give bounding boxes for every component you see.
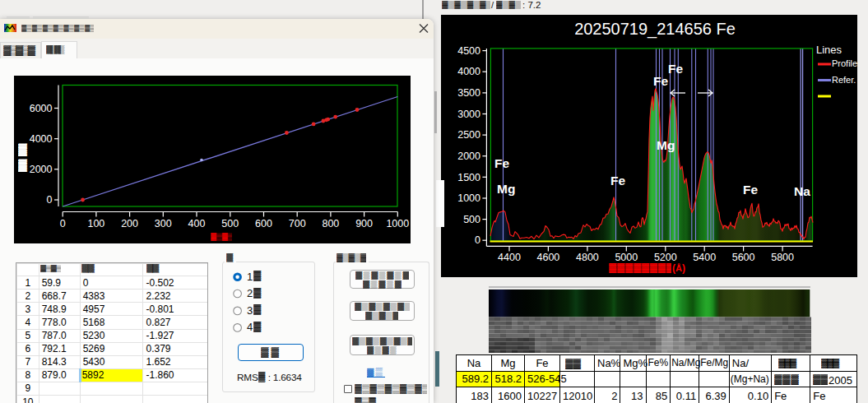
svg-text:5000: 5000	[615, 252, 638, 263]
svg-text:1500: 1500	[457, 172, 480, 183]
svg-text:0: 0	[47, 194, 53, 206]
svg-text:5800: 5800	[771, 252, 794, 263]
svg-text:800: 800	[322, 218, 339, 229]
svg-text:2000: 2000	[30, 164, 53, 175]
svg-text:6000: 6000	[30, 103, 53, 114]
svg-text:Profile: Profile	[832, 58, 857, 68]
svg-text:400: 400	[188, 218, 206, 229]
svg-text:300: 300	[155, 218, 172, 229]
svg-text:3000: 3000	[457, 109, 480, 120]
svg-text:1000: 1000	[386, 218, 409, 229]
svg-text:Mg: Mg	[657, 138, 675, 152]
svg-text:2500: 2500	[457, 129, 480, 141]
svg-text:Fe: Fe	[653, 74, 668, 88]
svg-text:5600: 5600	[732, 252, 755, 263]
svg-text:4600: 4600	[536, 252, 559, 263]
svg-text:Fe: Fe	[494, 156, 509, 170]
svg-text:5200: 5200	[654, 252, 677, 263]
svg-text:2000: 2000	[457, 151, 480, 162]
svg-text:1000: 1000	[457, 192, 480, 204]
svg-text:500: 500	[221, 218, 239, 229]
svg-text:4800: 4800	[576, 252, 599, 263]
svg-text:3500: 3500	[457, 87, 480, 99]
svg-text:200: 200	[121, 218, 138, 229]
svg-text:Mg: Mg	[497, 182, 515, 196]
svg-text:Na: Na	[794, 184, 810, 198]
svg-text:700: 700	[289, 218, 306, 229]
svg-text:4500: 4500	[457, 45, 480, 57]
svg-text:0: 0	[60, 218, 66, 229]
svg-text:900: 900	[355, 218, 373, 229]
svg-text:4400: 4400	[498, 252, 521, 263]
svg-text:4000: 4000	[457, 66, 480, 77]
svg-text:Fe: Fe	[668, 62, 683, 76]
svg-text:Fe: Fe	[610, 174, 625, 188]
svg-text:0: 0	[475, 234, 480, 246]
svg-text:5400: 5400	[693, 252, 716, 263]
svg-text:4000: 4000	[30, 133, 53, 145]
svg-text:500: 500	[463, 214, 480, 225]
svg-text:Fe: Fe	[743, 183, 758, 197]
svg-text:Refer.: Refer.	[832, 75, 856, 85]
svg-text:600: 600	[255, 218, 272, 229]
svg-text:Lines: Lines	[816, 44, 842, 56]
svg-text:100: 100	[87, 218, 104, 229]
